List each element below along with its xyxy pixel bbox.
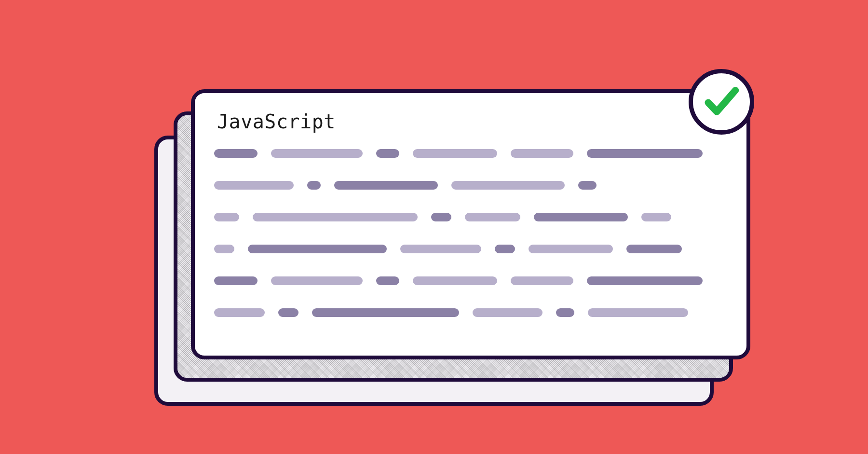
code-line — [214, 149, 727, 158]
code-placeholder-lines — [214, 149, 727, 317]
code-line — [214, 276, 727, 285]
code-segment — [376, 276, 399, 285]
card-front: JavaScript — [191, 89, 750, 359]
code-segment — [587, 149, 703, 158]
code-segment — [307, 181, 321, 190]
code-segment — [271, 149, 363, 158]
code-segment — [214, 276, 258, 285]
code-line — [214, 308, 727, 317]
code-line — [214, 213, 727, 221]
checkmark-icon — [702, 82, 741, 122]
code-segment — [495, 245, 515, 253]
code-segment — [588, 308, 688, 317]
code-segment — [413, 149, 497, 158]
code-segment — [473, 308, 542, 317]
code-segment — [214, 308, 265, 317]
code-segment — [253, 213, 418, 221]
code-line — [214, 245, 727, 253]
success-badge — [689, 69, 754, 135]
code-segment — [511, 149, 573, 158]
code-segment — [214, 181, 294, 190]
code-segment — [511, 276, 573, 285]
code-segment — [376, 149, 399, 158]
code-segment — [214, 213, 239, 221]
code-segment — [587, 276, 703, 285]
code-segment — [214, 245, 234, 253]
code-segment — [248, 245, 387, 253]
code-segment — [400, 245, 481, 253]
code-segment — [431, 213, 451, 221]
code-segment — [214, 149, 258, 158]
code-segment — [278, 308, 298, 317]
card-title: JavaScript — [217, 110, 727, 133]
code-segment — [334, 181, 438, 190]
code-segment — [641, 213, 671, 221]
code-line — [214, 181, 727, 190]
card-stack: JavaScript — [154, 83, 714, 372]
code-segment — [312, 308, 459, 317]
code-segment — [271, 276, 363, 285]
code-segment — [556, 308, 574, 317]
code-segment — [413, 276, 497, 285]
code-segment — [626, 245, 682, 253]
code-segment — [529, 245, 613, 253]
code-segment — [534, 213, 628, 221]
code-segment — [465, 213, 520, 221]
code-segment — [578, 181, 597, 190]
code-segment — [451, 181, 565, 190]
